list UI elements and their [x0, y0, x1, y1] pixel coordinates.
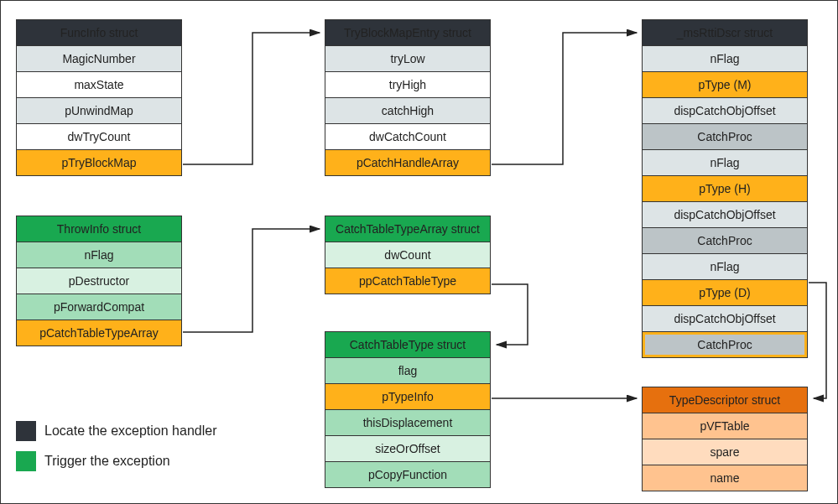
tryblock-struct: TryBlockMapEntry struct tryLow tryHigh c…: [325, 19, 491, 176]
catchtabletypearray-ppcatchtabletype: ppCatchTableType: [325, 268, 490, 294]
catchtabletype-row: thisDisplacement: [325, 410, 490, 436]
funcinfo-ptryblockmap: pTryBlockMap: [17, 150, 181, 175]
throwinfo-row: pForwardCompat: [17, 294, 181, 320]
throwinfo-struct: ThrowInfo struct nFlag pDestructor pForw…: [16, 216, 182, 346]
catchtabletype-row: sizeOrOffset: [325, 436, 490, 462]
funcinfo-row: dwTryCount: [17, 124, 181, 150]
msrtti-row: dispCatchObjOffset: [643, 202, 807, 228]
funcinfo-title: FuncInfo struct: [17, 20, 181, 46]
legend-swatch-dark: [16, 421, 36, 441]
catchtabletype-struct: CatchTableType struct flag pTypeInfo thi…: [325, 331, 491, 488]
typedescriptor-struct: TypeDescriptor struct pVFTable spare nam…: [642, 387, 808, 491]
msrtti-catchproc-highlight: CatchProc: [643, 332, 807, 357]
throwinfo-pcatchtabletypearray: pCatchTableTypeArray: [17, 320, 181, 346]
msrtti-ptype-d: pType (D): [643, 280, 807, 306]
catchtabletypearray-struct: CatchTableTypeArray struct dwCount ppCat…: [325, 216, 491, 294]
throwinfo-row: nFlag: [17, 242, 181, 268]
funcinfo-row: MagicNumber: [17, 46, 181, 72]
typedescriptor-row: spare: [643, 439, 807, 465]
msrtti-catchproc: CatchProc: [643, 124, 807, 150]
msrtti-row: nFlag: [643, 46, 807, 72]
tryblock-title: TryBlockMapEntry struct: [325, 20, 490, 46]
funcinfo-row: pUnwindMap: [17, 98, 181, 124]
msrtti-row: dispCatchObjOffset: [643, 306, 807, 332]
catchtabletype-row: pCopyFunction: [325, 462, 490, 487]
funcinfo-struct: FuncInfo struct MagicNumber maxState pUn…: [16, 19, 182, 176]
typedescriptor-title: TypeDescriptor struct: [643, 387, 807, 413]
msrtti-ptype-h: pType (H): [643, 176, 807, 202]
tryblock-row: tryHigh: [325, 72, 490, 98]
catchtabletype-ptypeinfo: pTypeInfo: [325, 384, 490, 410]
msrtti-struct: _msRttiDscr struct nFlag pType (M) dispC…: [642, 19, 808, 358]
legend: Locate the exception handler Trigger the…: [16, 421, 216, 481]
tryblock-row: dwCatchCount: [325, 124, 490, 150]
legend-label: Trigger the exception: [44, 454, 170, 469]
funcinfo-row: maxState: [17, 72, 181, 98]
typedescriptor-row: pVFTable: [643, 413, 807, 439]
tryblock-pcatchhandlearray: pCatchHandleArray: [325, 150, 490, 175]
catchtabletype-row: flag: [325, 358, 490, 384]
tryblock-row: tryLow: [325, 46, 490, 72]
msrtti-ptype-m: pType (M): [643, 72, 807, 98]
msrtti-row: nFlag: [643, 150, 807, 176]
msrtti-row: nFlag: [643, 254, 807, 280]
msrtti-row: dispCatchObjOffset: [643, 98, 807, 124]
legend-item: Locate the exception handler: [16, 421, 216, 441]
tryblock-row: catchHigh: [325, 98, 490, 124]
legend-item: Trigger the exception: [16, 451, 216, 471]
msrtti-catchproc: CatchProc: [643, 228, 807, 254]
legend-label: Locate the exception handler: [44, 423, 216, 439]
msrtti-title: _msRttiDscr struct: [643, 20, 807, 46]
typedescriptor-row: name: [643, 465, 807, 491]
throwinfo-row: pDestructor: [17, 268, 181, 294]
throwinfo-title: ThrowInfo struct: [17, 216, 181, 242]
catchtabletype-title: CatchTableType struct: [325, 332, 490, 358]
catchtabletypearray-title: CatchTableTypeArray struct: [325, 216, 490, 242]
legend-swatch-green: [16, 451, 36, 471]
catchtabletypearray-row: dwCount: [325, 242, 490, 268]
